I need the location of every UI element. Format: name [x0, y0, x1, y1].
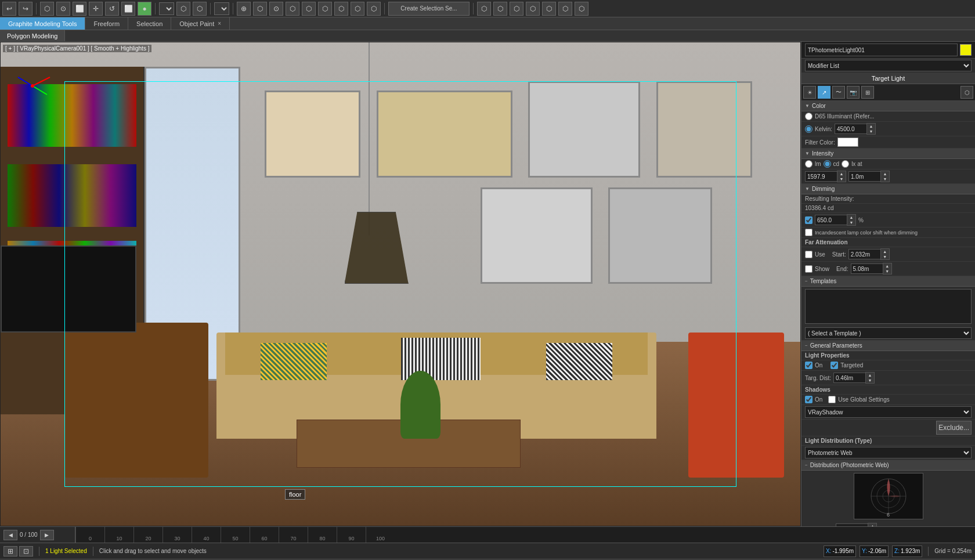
- far-end-up[interactable]: ▲: [883, 263, 891, 269]
- all-dropdown[interactable]: All: [159, 2, 174, 15]
- far-end-input[interactable]: [851, 263, 883, 274]
- rotate-button[interactable]: ↺: [105, 2, 119, 16]
- select-region-button[interactable]: ⊙: [56, 2, 70, 16]
- intensity-dist-down[interactable]: ▼: [881, 176, 889, 182]
- targ-dist-down[interactable]: ▼: [866, 378, 874, 383]
- light-icon-camera[interactable]: 📷: [847, 86, 860, 99]
- mirror-button[interactable]: ⬡: [302, 2, 316, 16]
- render5-button[interactable]: ⬡: [542, 2, 556, 16]
- intensity-down-button[interactable]: ▼: [837, 176, 846, 182]
- view-dropdown[interactable]: View: [214, 2, 229, 15]
- render7-button[interactable]: ⬡: [575, 2, 588, 16]
- redo-button[interactable]: ↪: [19, 2, 32, 16]
- light-dist-dropdown[interactable]: Photometric Web: [805, 447, 972, 458]
- general-params-header[interactable]: − General Parameters: [801, 341, 975, 351]
- filter-color-swatch[interactable]: [837, 138, 858, 147]
- render3-button[interactable]: ⬡: [510, 2, 523, 16]
- dimming-up[interactable]: ▲: [847, 215, 855, 220]
- templates-list-box[interactable]: [805, 289, 972, 324]
- kelvin-input[interactable]: [835, 124, 866, 134]
- template-dropdown[interactable]: ( Select a Template ): [805, 327, 972, 339]
- render6-button[interactable]: ⬡: [558, 2, 572, 16]
- targ-dist-input[interactable]: [833, 373, 865, 383]
- incandescent-checkbox[interactable]: [805, 229, 813, 236]
- light-icon-wave[interactable]: 〜: [832, 86, 845, 99]
- x-rotation-input[interactable]: [836, 523, 868, 526]
- tab-object-paint[interactable]: Object Paint ×: [171, 17, 230, 30]
- dimming-down[interactable]: ▼: [847, 220, 855, 225]
- z-coord-box[interactable]: Z: 1.923m: [892, 545, 922, 557]
- far-start-input[interactable]: [848, 249, 880, 259]
- object-name-input[interactable]: [805, 44, 958, 56]
- kelvin-down-button[interactable]: ▼: [867, 129, 875, 134]
- move-button[interactable]: ✛: [89, 2, 103, 16]
- y-coord-box[interactable]: Y: -2.06m: [860, 545, 889, 557]
- lx-radio[interactable]: [842, 160, 849, 168]
- light-icon-extra1[interactable]: ⬡: [960, 86, 973, 99]
- tab-freeform[interactable]: Freeform: [85, 17, 128, 30]
- create-selection-button[interactable]: Create Selection Se...: [388, 2, 470, 16]
- distribution-photometric-header[interactable]: − Distribution (Photometric Web): [801, 460, 975, 471]
- shadows-on-checkbox[interactable]: [805, 396, 813, 403]
- select-active-button[interactable]: ●: [138, 2, 151, 16]
- shadows-global-checkbox[interactable]: [828, 396, 836, 403]
- curves2-button[interactable]: ⬡: [351, 2, 364, 16]
- far-start-up[interactable]: ▲: [881, 249, 889, 254]
- render4-button[interactable]: ⬡: [526, 2, 540, 16]
- intensity-dist-up[interactable]: ▲: [881, 171, 889, 176]
- far-start-down[interactable]: ▼: [881, 254, 889, 259]
- timeline-track[interactable]: 0 10 20 30 40 50 60 70 80 90 100: [75, 527, 975, 543]
- far-use-checkbox[interactable]: [805, 251, 813, 258]
- targ-dist-up[interactable]: ▲: [866, 373, 874, 378]
- intensity-up-button[interactable]: ▲: [837, 171, 846, 176]
- templates-section-header[interactable]: − Templates: [801, 276, 975, 287]
- far-end-down[interactable]: ▼: [883, 269, 891, 274]
- filter-button[interactable]: ⬡: [176, 2, 190, 16]
- close-icon[interactable]: ×: [218, 20, 221, 27]
- subtab-polygon-modeling[interactable]: Polygon Modeling: [0, 30, 65, 41]
- status-icon2[interactable]: ⊡: [19, 546, 33, 557]
- cd-radio[interactable]: [824, 160, 831, 168]
- exclude-button[interactable]: Exclude...: [936, 421, 972, 435]
- far-show-checkbox[interactable]: [805, 265, 813, 273]
- dimming-section-header[interactable]: ▼ Dimming: [801, 184, 975, 194]
- object-color-swatch[interactable]: [960, 44, 972, 56]
- snap3-button[interactable]: ⊙: [269, 2, 283, 16]
- kelvin-up-button[interactable]: ▲: [867, 124, 875, 129]
- color-section-header[interactable]: ▼ Color: [801, 101, 975, 111]
- tab-selection[interactable]: Selection: [128, 17, 171, 30]
- scale-button[interactable]: ⬜: [121, 2, 135, 16]
- snap-button[interactable]: ⊕: [237, 2, 251, 16]
- snap4-button[interactable]: ⬡: [286, 2, 299, 16]
- light-on-checkbox[interactable]: [805, 362, 813, 369]
- select-button[interactable]: ⬡: [40, 2, 54, 16]
- undo-button[interactable]: ↩: [2, 2, 16, 16]
- intensity-input[interactable]: [805, 171, 837, 182]
- render2-button[interactable]: ⬡: [493, 2, 507, 16]
- status-icon1[interactable]: ⊞: [3, 546, 17, 557]
- x-coord-box[interactable]: X: -1.995m: [824, 545, 856, 557]
- kelvin-radio[interactable]: [805, 125, 813, 133]
- intensity-dist-input[interactable]: [848, 171, 880, 182]
- d65-radio[interactable]: [805, 113, 813, 120]
- light-icon-grid[interactable]: ⊞: [861, 86, 874, 99]
- dimming-checkbox[interactable]: [805, 216, 813, 224]
- curve-button[interactable]: ⬡: [334, 2, 348, 16]
- layer-button[interactable]: ⬡: [367, 2, 381, 16]
- render1-button[interactable]: ⬡: [477, 2, 491, 16]
- x-rotation-up[interactable]: ▲: [868, 523, 876, 526]
- intensity-section-header[interactable]: ▼ Intensity: [801, 149, 975, 159]
- light-icon-sun[interactable]: ☀: [803, 86, 816, 99]
- dimming-input[interactable]: [815, 215, 847, 225]
- frame-next-button[interactable]: ▶: [40, 530, 54, 540]
- modifier-list-dropdown[interactable]: Modifier List: [805, 60, 972, 71]
- align-button[interactable]: ⬡: [318, 2, 332, 16]
- light-icon-arrow[interactable]: ↗: [818, 86, 830, 99]
- filter2-button[interactable]: ⬡: [193, 2, 207, 16]
- snap2-button[interactable]: ⬡: [253, 2, 267, 16]
- viewport[interactable]: [ + ] [ VRayPhysicalCamera001 ] [ Smooth…: [0, 42, 801, 526]
- frame-prev-button[interactable]: ◀: [3, 530, 17, 540]
- tab-graphite-modeling[interactable]: Graphite Modeling Tools: [0, 17, 85, 30]
- light-targeted-checkbox[interactable]: [830, 362, 838, 369]
- window-cross-button[interactable]: ⬜: [73, 2, 86, 16]
